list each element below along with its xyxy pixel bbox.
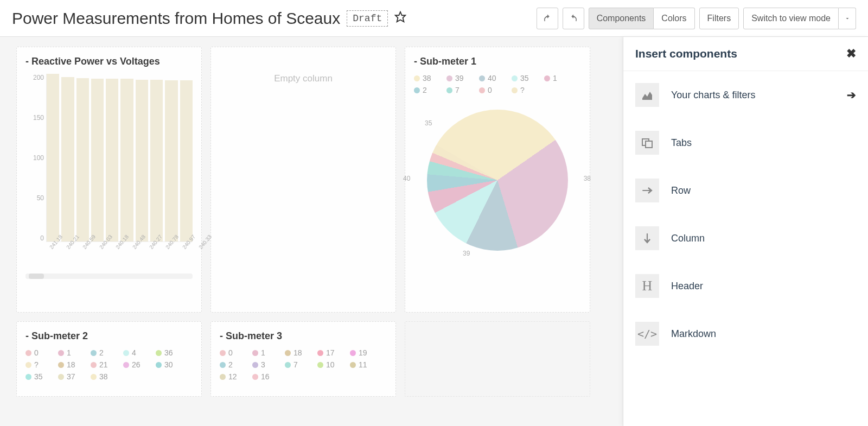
redo-button[interactable] xyxy=(563,8,584,29)
component-header[interactable]: H Header xyxy=(623,262,868,310)
page-title: Power Measurements from Homes of Sceaux xyxy=(12,9,340,28)
legend-item[interactable]: 0 xyxy=(479,86,502,94)
switch-mode-dropdown[interactable] xyxy=(839,8,856,29)
legend-item[interactable]: 19 xyxy=(350,348,373,357)
legend-item[interactable]: 37 xyxy=(58,372,81,381)
svg-marker-0 xyxy=(395,11,405,21)
legend-item[interactable]: 4 xyxy=(123,348,146,357)
switch-mode-button[interactable]: Switch to view mode xyxy=(743,8,839,29)
markdown-code-icon: </> xyxy=(635,322,659,346)
legend-item[interactable]: 35 xyxy=(512,74,534,82)
component-markdown[interactable]: </> Markdown xyxy=(623,310,868,358)
legend-item[interactable]: 0 xyxy=(25,348,48,357)
legend-item[interactable]: 1 xyxy=(544,74,567,82)
pie-slice-label: 39 xyxy=(463,250,470,257)
legend-item[interactable]: ? xyxy=(25,360,48,369)
legend-item[interactable]: 38 xyxy=(91,372,113,381)
side-panel-title: Insert components xyxy=(635,47,737,60)
legend-item[interactable]: 30 xyxy=(156,360,178,369)
empty-column-label: Empty column xyxy=(274,73,333,84)
svg-rect-2 xyxy=(646,141,652,148)
chart-title: - Sub-meter 3 xyxy=(220,330,387,342)
header-h-icon: H xyxy=(635,274,659,298)
legend-item[interactable]: 21 xyxy=(91,360,113,369)
empty-column-placeholder[interactable]: Empty column xyxy=(210,47,396,313)
chart-title: - Sub-meter 1 xyxy=(414,56,581,67)
component-charts-filters[interactable]: Your charts & filters ➔ xyxy=(623,71,868,119)
pie-slice-label: 35 xyxy=(425,119,432,127)
legend-item[interactable]: ? xyxy=(512,86,534,94)
insert-components-panel: Insert components ✖ Your charts & filter… xyxy=(623,37,868,426)
tabs-icon xyxy=(635,131,659,155)
component-column[interactable]: Column xyxy=(623,214,868,262)
undo-button[interactable] xyxy=(537,8,558,29)
filters-button[interactable]: Filters xyxy=(699,8,739,29)
legend-item[interactable]: 18 xyxy=(285,348,308,357)
chart-panel-submeter3[interactable]: - Sub-meter 3 0118171923710111216 xyxy=(210,321,396,397)
chart-panel-submeter1[interactable]: - Sub-meter 1 383940351270? 38 39 40 35 xyxy=(405,47,590,313)
legend-item[interactable]: 3 xyxy=(252,360,275,369)
favorite-star-icon[interactable] xyxy=(394,11,406,26)
chart-title: - Sub-meter 2 xyxy=(25,330,193,342)
legend-item[interactable]: 2 xyxy=(414,86,437,94)
chart-panel-submeter2[interactable]: - Sub-meter 2 012436?18212630353738 xyxy=(16,321,202,397)
draft-badge: Draft xyxy=(347,10,388,27)
legend-item[interactable]: 12 xyxy=(220,372,242,381)
legend-item[interactable]: 18 xyxy=(58,360,81,369)
legend-item[interactable]: 0 xyxy=(220,348,242,357)
pie-slice-label: 40 xyxy=(403,175,410,182)
empty-panel[interactable] xyxy=(405,321,590,397)
arrow-down-icon xyxy=(635,226,659,250)
legend-item[interactable]: 1 xyxy=(58,348,81,357)
chevron-right-icon: ➔ xyxy=(847,88,856,101)
arrow-right-icon xyxy=(635,179,659,202)
legend-item[interactable]: 17 xyxy=(317,348,340,357)
colors-tab-button[interactable]: Colors xyxy=(654,8,694,29)
components-tab-button[interactable]: Components xyxy=(589,8,654,29)
chart-panel-reactive-power[interactable]: - Reactive Power vs Voltages 20015010050… xyxy=(16,47,202,313)
pie-chart xyxy=(427,110,568,251)
close-icon[interactable]: ✖ xyxy=(846,47,856,61)
component-row[interactable]: Row xyxy=(623,167,868,214)
legend-item[interactable]: 39 xyxy=(446,74,469,82)
pie-slice-label: 38 xyxy=(584,175,591,182)
component-tabs[interactable]: Tabs xyxy=(623,119,868,167)
legend-item[interactable]: 11 xyxy=(350,360,373,369)
legend-item[interactable]: 38 xyxy=(414,74,437,82)
legend-item[interactable]: 40 xyxy=(479,74,502,82)
legend-item[interactable]: 2 xyxy=(220,360,242,369)
legend-item[interactable]: 35 xyxy=(25,372,48,381)
area-chart-icon xyxy=(635,83,659,107)
legend-item[interactable]: 7 xyxy=(285,360,308,369)
chart-horizontal-scrollbar[interactable] xyxy=(25,274,193,279)
legend-item[interactable]: 7 xyxy=(446,86,469,94)
bar-chart: 200150100500 241.18240.21240.59240.03240… xyxy=(25,74,193,264)
legend-item[interactable]: 2 xyxy=(91,348,113,357)
legend-item[interactable]: 1 xyxy=(252,348,275,357)
legend-item[interactable]: 10 xyxy=(317,360,340,369)
legend-item[interactable]: 26 xyxy=(123,360,146,369)
chart-title: - Reactive Power vs Voltages xyxy=(25,56,193,67)
legend-item[interactable]: 36 xyxy=(156,348,178,357)
legend-item[interactable]: 16 xyxy=(252,372,275,381)
